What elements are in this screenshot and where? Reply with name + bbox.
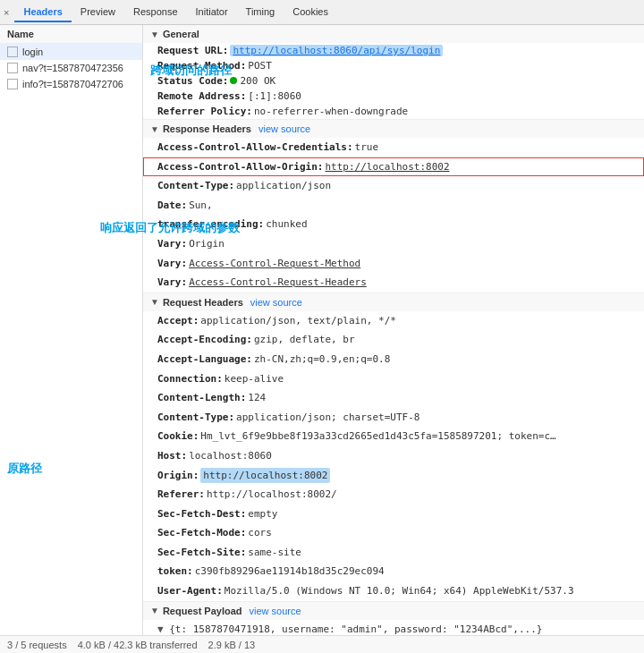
general-name-url: Request URL: — [157, 45, 228, 56]
response-headers-section-header[interactable]: ▼ Response Headers view source — [143, 120, 644, 138]
status-resources: 2.9 kB / 13 — [208, 640, 256, 650]
response-value-vary-origin: Origin — [189, 236, 225, 252]
response-headers-title: Response Headers — [163, 123, 251, 134]
file-panel: Name login nav?t=1587870472356 info?t=15… — [0, 25, 143, 635]
file-item-login[interactable]: login — [0, 44, 142, 60]
general-name-method: Request Method: — [157, 60, 246, 72]
tab-headers[interactable]: Headers — [14, 3, 71, 22]
tab-response[interactable]: Response — [124, 3, 187, 22]
req-row-sec-fetch-mode: Sec-Fetch-Mode: cors — [143, 523, 644, 543]
general-value-method: POST — [248, 60, 272, 72]
annotation-response: 响应返回了允许跨域的参数 — [100, 220, 143, 236]
file-panel-header: Name — [0, 25, 142, 44]
response-value-transfer: chunked — [266, 216, 307, 233]
response-row-origin: Access-Control-Allow-Origin: http://loca… — [143, 157, 644, 177]
tab-preview[interactable]: Preview — [72, 3, 124, 22]
general-value-url[interactable]: http://localhost:8060/api/sys/login — [230, 45, 443, 56]
file-name-info: info?t=1587870472706 — [22, 79, 123, 89]
response-value-vary-method: Access-Control-Request-Method — [189, 256, 360, 272]
request-headers-title: Request Headers — [163, 297, 243, 308]
req-row-content-type: Content-Type: application/json; charset=… — [143, 408, 644, 428]
file-checkbox-info[interactable] — [7, 79, 18, 89]
tab-timing[interactable]: Timing — [237, 3, 284, 22]
request-triangle-icon: ▼ — [150, 297, 159, 307]
annotation-origin-label: 原路径 — [7, 461, 42, 477]
req-row-sec-fetch-dest: Sec-Fetch-Dest: empty — [143, 505, 644, 524]
req-row-accept-encoding: Accept-Encoding: gzip, deflate, br — [143, 330, 644, 350]
general-title: General — [163, 29, 199, 39]
file-item-info[interactable]: info?t=1587870472706 — [0, 76, 142, 92]
file-checkbox-nav[interactable] — [7, 63, 18, 73]
request-view-source[interactable]: view source — [250, 297, 302, 308]
req-row-accept-language: Accept-Language: zh-CN,zh;q=0.9,en;q=0.8 — [143, 350, 644, 369]
request-headers-section-header[interactable]: ▼ Request Headers view source — [143, 293, 644, 311]
response-row-vary-headers: Vary: Access-Control-Request-Headers — [143, 273, 644, 293]
general-section: ▼ General Request URL: http://localhost:… — [143, 25, 644, 120]
status-size: 4.0 kB / 42.3 kB transferred — [78, 640, 198, 650]
response-name-vary-method: Vary: — [157, 256, 187, 272]
status-bar: 3 / 5 requests 4.0 kB / 42.3 kB transfer… — [0, 635, 644, 653]
tab-bar: × Headers Preview Response Initiator Tim… — [0, 0, 644, 25]
response-row-credentials: Access-Control-Allow-Credentials: true — [143, 138, 644, 157]
file-name-nav: nav?t=1587870472356 — [22, 63, 123, 73]
general-triangle-icon: ▼ — [150, 30, 159, 39]
payload-view-source[interactable]: view source — [250, 606, 301, 616]
general-value-referrer: no-referrer-when-downgrade — [254, 106, 408, 117]
req-row-user-agent: User-Agent: Mozilla/5.0 (Windows NT 10.0… — [143, 581, 644, 601]
status-dot-icon — [230, 77, 237, 84]
req-row-sec-fetch-site: Sec-Fetch-Site: same-site — [143, 543, 644, 563]
tab-cookies[interactable]: Cookies — [284, 3, 337, 22]
general-row-url: Request URL: http://localhost:8060/api/s… — [143, 43, 644, 58]
response-triangle-icon: ▼ — [150, 124, 159, 134]
response-row-vary-method: Vary: Access-Control-Request-Method — [143, 254, 644, 274]
response-value-content-type: application/json — [236, 178, 331, 194]
payload-title: Request Payload — [163, 606, 242, 616]
response-value-date: Sun, — [189, 198, 213, 214]
request-headers-section: ▼ Request Headers view source Accept: ap… — [143, 293, 644, 602]
payload-summary: ▼ {t: 1587870471918, username: "admin", … — [157, 622, 542, 635]
file-item-nav[interactable]: nav?t=1587870472356 — [0, 60, 142, 76]
req-row-content-length: Content-Length: 124 — [143, 388, 644, 408]
response-name-content-type: Content-Type: — [157, 178, 234, 194]
file-checkbox-login[interactable] — [7, 47, 18, 57]
response-row-vary-origin: Vary: Origin — [143, 234, 644, 254]
general-value-status: 200 OK — [230, 75, 275, 87]
general-row-remote: Remote Address: [:1]:8060 — [143, 89, 644, 104]
req-row-cookie: Cookie: Hm_lvt_6f9e9bbe8f193a33cd2665ed1… — [143, 427, 644, 446]
status-requests: 3 / 5 requests — [7, 640, 67, 650]
req-row-origin: Origin: http://localhost:8002 — [143, 466, 644, 486]
response-view-source[interactable]: view source — [258, 123, 310, 134]
headers-panel: ▼ General Request URL: http://localhost:… — [143, 25, 644, 635]
response-name-vary-headers: Vary: — [157, 275, 187, 291]
response-value-vary-headers: Access-Control-Request-Headers — [189, 275, 367, 291]
request-payload-section-header[interactable]: ▼ Request Payload view source — [143, 602, 644, 620]
main-content: Name login nav?t=1587870472356 info?t=15… — [0, 25, 644, 635]
req-row-referer: Referer: http://localhost:8002/ — [143, 485, 644, 505]
tab-initiator[interactable]: Initiator — [187, 3, 237, 22]
general-row-status: Status Code: 200 OK — [143, 73, 644, 89]
response-value-credentials: true — [355, 140, 379, 156]
payload-summary-row: ▼ {t: 1587870471918, username: "admin", … — [143, 620, 644, 635]
general-value-remote: [:1]:8060 — [248, 90, 301, 102]
response-name-credentials: Access-Control-Allow-Credentials: — [157, 140, 353, 156]
request-payload-section: ▼ Request Payload view source ▼ {t: 1587… — [143, 602, 644, 635]
req-row-accept: Accept: application/json, text/plain, */… — [143, 311, 644, 331]
response-headers-section: ▼ Response Headers view source Access-Co… — [143, 120, 644, 293]
close-icon[interactable]: × — [4, 7, 9, 18]
response-value-origin: http://localhost:8002 — [325, 159, 449, 175]
general-name-remote: Remote Address: — [157, 90, 246, 102]
response-row-content-type: Content-Type: application/json — [143, 176, 644, 196]
file-name-login: login — [22, 47, 43, 57]
general-section-header[interactable]: ▼ General — [143, 25, 644, 43]
general-name-status: Status Code: — [157, 75, 228, 87]
response-name-origin: Access-Control-Allow-Origin: — [157, 159, 323, 175]
response-name-vary-origin: Vary: — [157, 236, 187, 252]
response-name-date: Date: — [157, 198, 187, 214]
general-row-referrer: Referrer Policy: no-referrer-when-downgr… — [143, 104, 644, 119]
general-name-referrer: Referrer Policy: — [157, 106, 252, 117]
response-row-transfer: transfer-encoding: chunked — [143, 215, 644, 234]
req-row-token: token: c390fb89296ae11914b18d35c29ec094 — [143, 562, 644, 581]
req-row-host: Host: localhost:8060 — [143, 446, 644, 466]
payload-triangle-icon: ▼ — [150, 606, 159, 615]
response-row-date: Date: Sun, — [143, 196, 644, 216]
